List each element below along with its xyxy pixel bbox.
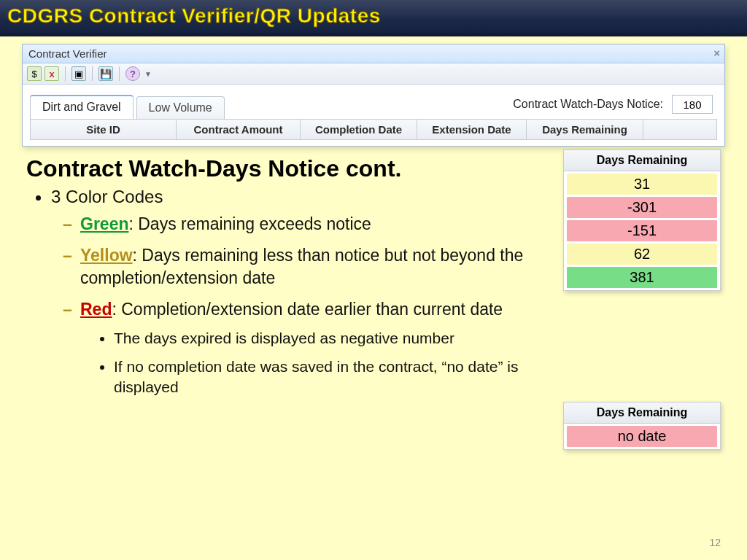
- panel-header: Days Remaining: [564, 402, 720, 424]
- slide-body: Contract Watch-Days Notice cont. 3 Color…: [0, 147, 747, 397]
- toolbar: $ x ▣ 💾 ? ▼: [23, 63, 724, 85]
- separator: [65, 66, 66, 81]
- col-completion-date: Completion Date: [301, 120, 417, 139]
- bullet-red: Red: Completion/extension date earlier t…: [80, 298, 721, 397]
- page-number: 12: [709, 537, 721, 548]
- green-label: Green: [80, 214, 128, 233]
- col-extension-date: Extension Date: [417, 120, 527, 139]
- save-icon[interactable]: 💾: [98, 66, 113, 81]
- days-row: 62: [567, 244, 717, 265]
- tab-dirt-and-gravel[interactable]: Dirt and Gravel: [30, 95, 133, 119]
- window-titlebar: Contract Verifier ×: [23, 44, 724, 63]
- panel-header: Days Remaining: [564, 150, 720, 171]
- slide-title: CDGRS Contract Verifier/QR Updates: [7, 4, 381, 27]
- notice-label: Contract Watch-Days Notice:: [513, 98, 663, 111]
- chevron-down-icon[interactable]: ▼: [144, 70, 152, 78]
- watch-days-notice: Contract Watch-Days Notice:: [513, 95, 713, 114]
- bullet-yellow: Yellow: Days remaining less than notice …: [80, 244, 547, 289]
- days-row: 31: [567, 174, 717, 195]
- grid-header: Site ID Contract Amount Completion Date …: [30, 119, 717, 140]
- red-label: Red: [80, 300, 112, 319]
- help-icon[interactable]: ?: [125, 66, 140, 81]
- separator: [92, 66, 93, 81]
- close-icon[interactable]: ×: [713, 47, 720, 59]
- contract-verifier-window: Contract Verifier × $ x ▣ 💾 ? ▼ Dirt and…: [22, 44, 725, 147]
- days-remaining-panel: Days Remaining 31-301-15162381: [563, 149, 721, 291]
- notice-input[interactable]: [672, 95, 713, 114]
- col-contract-amount: Contract Amount: [177, 120, 301, 139]
- tabs-row: Dirt and Gravel Low Volume Contract Watc…: [23, 85, 724, 119]
- video-icon[interactable]: ▣: [71, 66, 86, 81]
- separator: [119, 66, 120, 81]
- refresh-icon[interactable]: $: [27, 66, 42, 81]
- days-row: -301: [567, 197, 717, 218]
- tab-low-volume[interactable]: Low Volume: [136, 96, 225, 119]
- days-remaining-panel-nodate: Days Remaining no date: [563, 402, 721, 450]
- days-row: 381: [567, 267, 717, 288]
- days-row: -151: [567, 220, 717, 241]
- days-row: no date: [567, 426, 717, 447]
- sub-bullet-negative: The days expired is displayed as negativ…: [114, 328, 721, 349]
- window-title: Contract Verifier: [28, 47, 107, 60]
- col-days-remaining: Days Remaining: [527, 120, 643, 139]
- export-excel-icon[interactable]: x: [44, 66, 59, 81]
- col-site-id: Site ID: [31, 120, 177, 139]
- slide-title-bar: CDGRS Contract Verifier/QR Updates: [0, 0, 747, 36]
- yellow-label: Yellow: [80, 246, 133, 265]
- sub-bullet-nodate: If no completion date was saved in the c…: [114, 357, 522, 398]
- col-spacer: [643, 120, 716, 139]
